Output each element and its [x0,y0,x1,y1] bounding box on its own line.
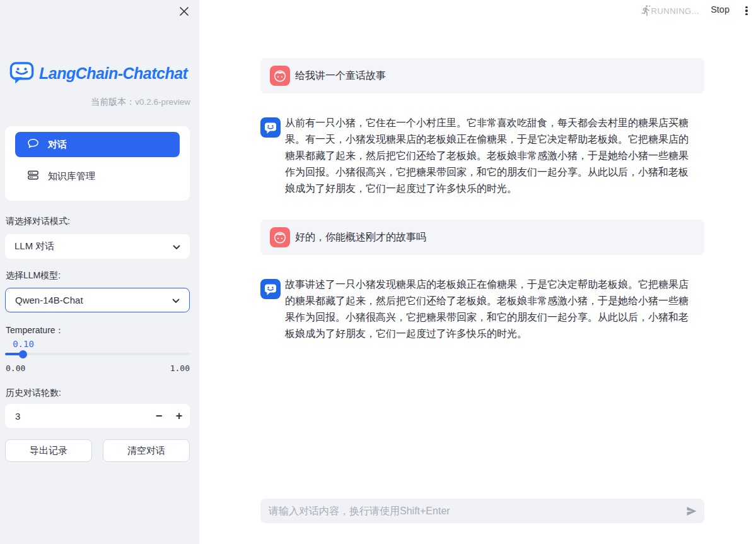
logo-text: LangChain-Chatchat [39,64,187,83]
stop-button[interactable]: Stop [711,4,730,15]
knowledge-base-icon [27,169,39,183]
assistant-avatar [260,117,281,138]
user-message: 给我讲一个童话故事 [260,58,704,93]
dialogue-bubble-icon [27,138,39,151]
llm-model-value: Qwen-14B-Chat [15,295,83,305]
chevron-down-icon [173,241,180,252]
logo-chat-bubble-icon [9,59,35,88]
history-rounds-label: 历史对话轮数: [6,387,61,399]
temperature-min: 0.00 [6,364,25,373]
history-rounds-input-group: − + [5,404,190,428]
decrement-button[interactable]: − [148,404,170,428]
app-logo: LangChain-Chatchat [9,59,187,88]
history-rounds-field[interactable] [5,404,131,428]
version-value: v0.2.6-preview [135,97,190,107]
temperature-slider-thumb[interactable] [19,350,27,358]
dialogue-mode-value: LLM 对话 [15,240,54,252]
assistant-message-text: 故事讲述了一只小猪发现糖果店的老板娘正在偷糖果，于是它决定帮助老板娘。它把糖果店… [285,276,696,342]
kebab-menu-icon[interactable] [742,4,751,17]
user-avatar [270,66,290,86]
temperature-label: Temperature： [6,325,64,336]
nav-item-label: 对话 [48,139,67,151]
version-info: 当前版本：v0.2.6-preview [91,97,190,108]
nav-item-knowledge-base[interactable]: 知识库管理 [15,163,180,189]
llm-model-select[interactable]: Qwen-14B-Chat [5,288,190,312]
assistant-avatar [260,279,281,299]
assistant-message: 从前有一只小猪，它住在一个小村庄里。它非常喜欢吃甜食，每天都会去村里的糖果店买糖… [260,115,704,197]
clear-dialogue-button[interactable]: 清空对话 [103,439,190,462]
chat-area: 给我讲一个童话故事 从前有一只小猪，它住在一个小村庄里。它非常喜欢吃甜食，每天都… [260,0,704,544]
dialogue-mode-label: 请选择对话模式: [6,216,70,227]
dialogue-mode-select[interactable]: LLM 对话 [5,234,190,259]
increment-button[interactable]: + [168,404,190,428]
temperature-value: 0.10 [13,339,34,349]
export-history-button[interactable]: 导出记录 [5,439,92,462]
send-icon[interactable] [685,505,698,517]
assistant-message-text: 从前有一只小猪，它住在一个小村庄里。它非常喜欢吃甜食，每天都会去村里的糖果店买糖… [285,115,696,197]
version-label: 当前版本： [91,97,135,107]
user-message-text: 给我讲一个童话故事 [295,68,386,84]
user-avatar [270,227,290,247]
close-sidebar-icon[interactable] [178,6,190,17]
temperature-max: 1.00 [170,364,190,373]
user-message: 好的，你能概述刚才的故事吗 [260,220,704,255]
chat-input-container [260,499,704,523]
llm-model-label: 选择LLM模型: [6,270,61,281]
assistant-message: 故事讲述了一只小猪发现糖果店的老板娘正在偷糖果，于是它决定帮助老板娘。它把糖果店… [260,276,704,342]
sidebar: LangChain-Chatchat 当前版本：v0.2.6-preview 对… [0,0,199,544]
nav-card: 对话 知识库管理 [5,126,190,201]
user-message-text: 好的，你能概述刚才的故事吗 [295,229,426,245]
chat-input[interactable] [260,499,664,523]
temperature-slider-track[interactable] [5,353,190,355]
nav-item-label: 知识库管理 [48,170,95,182]
chevron-down-icon [172,295,180,305]
nav-item-dialogue[interactable]: 对话 [15,132,180,157]
